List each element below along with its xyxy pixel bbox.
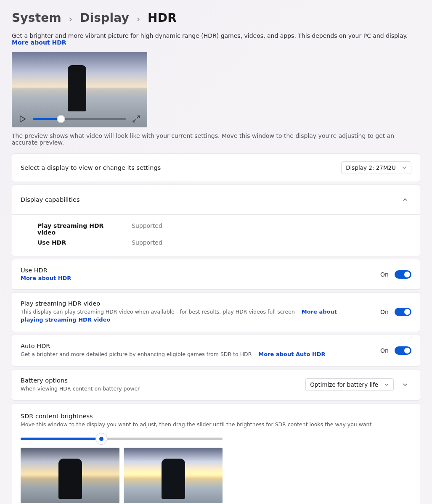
use-hdr-card: Use HDR More about HDR On (12, 259, 420, 290)
sdr-preview-image (21, 448, 119, 503)
autohdr-more-link[interactable]: More about Auto HDR (258, 351, 325, 357)
capability-row: Use HDR Supported (37, 237, 411, 248)
sdr-sub: Move this window to the display you want… (21, 421, 411, 428)
capability-value: Supported (132, 222, 162, 236)
breadcrumb-hdr: HDR (148, 11, 177, 25)
select-display-card: Select a display to view or change its s… (12, 153, 420, 182)
collapse-button[interactable] (399, 193, 411, 206)
streaming-title: Play streaming HDR video (21, 300, 340, 307)
use-hdr-title: Use HDR (21, 267, 374, 274)
autohdr-title: Auto HDR (21, 343, 374, 349)
use-hdr-state: On (380, 271, 389, 278)
video-controls (12, 111, 147, 127)
auto-hdr-card: Auto HDR Get a brighter and more detaile… (12, 335, 420, 367)
select-display-label: Select a display to view or change its s… (21, 164, 334, 171)
sdr-brightness-slider[interactable] (21, 438, 223, 440)
use-hdr-more-link[interactable]: More about HDR (21, 275, 71, 281)
capability-value: Supported (132, 239, 162, 246)
hdr-preview-image (124, 448, 223, 503)
streaming-toggle[interactable] (395, 308, 411, 316)
sdr-title: SDR content brightness (21, 413, 411, 420)
fullscreen-icon[interactable] (132, 115, 140, 123)
capability-row: Play streaming HDR video Supported (37, 221, 411, 237)
hdr-preview-video[interactable] (12, 52, 147, 127)
use-hdr-toggle[interactable] (395, 270, 411, 279)
intro-text: Get a brighter and more vibrant picture … (12, 32, 408, 39)
chevron-right-icon: › (137, 14, 140, 24)
chevron-right-icon: › (69, 14, 72, 24)
video-progress-slider[interactable] (33, 118, 126, 120)
display-capabilities-card: Display capabilities Play streaming HDR … (12, 185, 420, 256)
play-icon[interactable] (19, 115, 27, 123)
autohdr-sub: Get a brighter and more detailed picture… (21, 351, 252, 357)
svg-marker-0 (20, 116, 26, 122)
video-progress-thumb[interactable] (57, 115, 65, 123)
capabilities-body: Play streaming HDR video Supported Use H… (12, 214, 420, 256)
preview-note: The preview shows what video will look l… (12, 132, 420, 146)
streaming-sub: This display can play streaming HDR vide… (21, 309, 295, 315)
capability-key: Use HDR (37, 239, 122, 246)
battery-options-value: Optimize for battery life (310, 381, 378, 388)
more-about-hdr-link[interactable]: More about HDR (12, 39, 66, 46)
page-description: Get a brighter and more vibrant picture … (12, 32, 420, 46)
breadcrumb: System › Display › HDR (12, 11, 420, 25)
display-capabilities-heading: Display capabilities (21, 196, 80, 203)
capability-key: Play streaming HDR video (37, 222, 122, 236)
sdr-brightness-card: SDR content brightness Move this window … (12, 403, 420, 504)
streaming-hdr-card: Play streaming HDR video This display ca… (12, 292, 420, 332)
battery-options-card: Battery options When viewing HDR content… (12, 369, 420, 401)
battery-title: Battery options (21, 377, 299, 384)
autohdr-state: On (380, 347, 389, 354)
chevron-down-icon (402, 165, 407, 170)
battery-options-dropdown[interactable]: Optimize for battery life (305, 378, 394, 391)
battery-sub: When viewing HDR content on battery powe… (21, 385, 299, 393)
sdr-brightness-thumb[interactable] (97, 435, 106, 443)
chevron-down-icon (384, 382, 389, 387)
auto-hdr-toggle[interactable] (395, 346, 411, 355)
select-display-dropdown[interactable]: Display 2: 27M2U (341, 161, 411, 174)
breadcrumb-display[interactable]: Display (80, 11, 129, 25)
select-display-value: Display 2: 27M2U (346, 164, 396, 171)
streaming-state: On (380, 309, 389, 315)
breadcrumb-system[interactable]: System (12, 11, 61, 25)
expand-button[interactable] (399, 378, 411, 391)
